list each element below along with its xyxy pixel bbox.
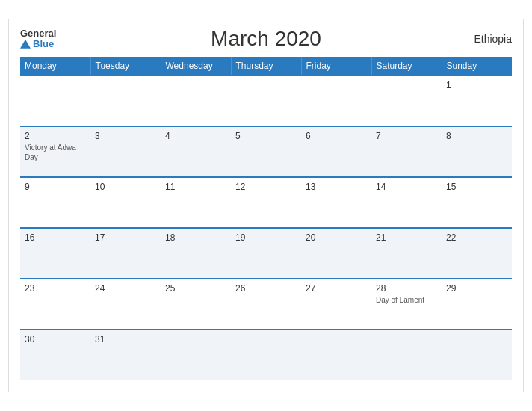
calendar-cell	[301, 75, 371, 126]
calendar-cell: 27	[301, 279, 371, 330]
calendar-cell: 17	[90, 228, 161, 279]
calendar-cell: 30	[20, 330, 90, 380]
calendar-cell: 20	[301, 228, 371, 279]
calendar-cell: 9	[20, 177, 90, 228]
event-text: Victory at Adwa Day	[25, 143, 86, 162]
calendar-cell: 31	[90, 330, 161, 380]
calendar-cell	[442, 330, 512, 380]
event-text: Day of Lament	[376, 295, 437, 305]
calendar-cell: 23	[20, 279, 90, 330]
day-number: 6	[306, 131, 367, 141]
day-number: 19	[235, 232, 297, 243]
calendar-cell: 28Day of Lament	[371, 279, 442, 330]
calendar-container: General Blue March 2020 Ethiopia MondayT…	[8, 19, 524, 392]
calendar-header: General Blue March 2020 Ethiopia	[20, 27, 512, 51]
calendar-cell: 19	[231, 228, 301, 279]
day-number: 16	[25, 232, 86, 243]
day-number: 20	[306, 232, 367, 243]
calendar-cell: 11	[161, 177, 231, 228]
calendar-week-row: 3031	[20, 330, 512, 380]
day-number: 3	[95, 131, 156, 141]
day-number: 11	[165, 182, 226, 192]
calendar-cell: 10	[90, 177, 161, 228]
day-number: 27	[306, 283, 367, 294]
day-number: 8	[446, 131, 507, 141]
day-number: 21	[376, 232, 437, 243]
calendar-cell	[371, 75, 442, 126]
calendar-cell: 3	[90, 126, 161, 177]
weekday-header-thursday: Thursday	[231, 57, 301, 75]
weekday-header-tuesday: Tuesday	[90, 57, 161, 75]
calendar-cell: 2Victory at Adwa Day	[20, 126, 90, 177]
calendar-cell: 25	[161, 279, 231, 330]
calendar-cell	[371, 330, 442, 380]
day-number: 14	[376, 182, 437, 192]
calendar-table: MondayTuesdayWednesdayThursdayFridaySatu…	[20, 57, 512, 380]
calendar-cell: 24	[90, 279, 161, 330]
calendar-week-row: 2Victory at Adwa Day345678	[20, 126, 512, 177]
day-number: 15	[446, 182, 507, 192]
day-number: 22	[446, 232, 507, 243]
calendar-cell: 15	[442, 177, 512, 228]
calendar-cell: 21	[371, 228, 442, 279]
day-number: 7	[376, 131, 437, 141]
calendar-cell: 22	[442, 228, 512, 279]
calendar-cell	[161, 75, 231, 126]
calendar-week-row: 16171819202122	[20, 228, 512, 279]
calendar-cell	[231, 330, 301, 380]
calendar-cell: 8	[442, 126, 512, 177]
calendar-cell: 6	[301, 126, 371, 177]
weekday-header-friday: Friday	[301, 57, 371, 75]
calendar-cell: 4	[161, 126, 231, 177]
calendar-cell: 12	[231, 177, 301, 228]
calendar-cell: 18	[161, 228, 231, 279]
logo-triangle-icon	[20, 40, 31, 49]
calendar-week-row: 9101112131415	[20, 177, 512, 228]
day-number: 9	[25, 182, 86, 192]
day-number: 12	[235, 182, 297, 192]
calendar-cell: 29	[442, 279, 512, 330]
day-number: 1	[446, 80, 507, 90]
weekday-header-saturday: Saturday	[371, 57, 442, 75]
day-number: 13	[306, 182, 367, 192]
calendar-week-row: 232425262728Day of Lament29	[20, 279, 512, 330]
logo-general-text: General	[20, 28, 56, 39]
calendar-cell	[231, 75, 301, 126]
day-number: 30	[25, 334, 86, 344]
day-number: 28	[376, 283, 437, 294]
calendar-cell: 13	[301, 177, 371, 228]
calendar-cell	[161, 330, 231, 380]
weekday-header-sunday: Sunday	[442, 57, 512, 75]
day-number: 26	[235, 283, 297, 294]
weekday-header-row: MondayTuesdayWednesdayThursdayFridaySatu…	[20, 57, 512, 75]
day-number: 4	[165, 131, 226, 141]
calendar-title: March 2020	[211, 27, 321, 51]
calendar-cell	[20, 75, 90, 126]
day-number: 29	[446, 283, 507, 294]
calendar-cell: 1	[442, 75, 512, 126]
calendar-cell	[301, 330, 371, 380]
weekday-header-wednesday: Wednesday	[161, 57, 231, 75]
day-number: 17	[95, 232, 156, 243]
calendar-cell: 5	[231, 126, 301, 177]
logo-blue-text: Blue	[20, 39, 56, 49]
calendar-cell: 14	[371, 177, 442, 228]
calendar-cell	[90, 75, 161, 126]
country-label: Ethiopia	[474, 33, 512, 45]
day-number: 25	[165, 283, 226, 294]
calendar-cell: 16	[20, 228, 90, 279]
day-number: 31	[95, 334, 156, 344]
day-number: 23	[25, 283, 86, 294]
day-number: 5	[235, 131, 297, 141]
calendar-week-row: 1	[20, 75, 512, 126]
day-number: 18	[165, 232, 226, 243]
calendar-cell: 26	[231, 279, 301, 330]
day-number: 2	[25, 131, 86, 141]
weekday-header-monday: Monday	[20, 57, 90, 75]
logo: General Blue	[20, 28, 56, 50]
day-number: 10	[95, 182, 156, 192]
calendar-cell: 7	[371, 126, 442, 177]
day-number: 24	[95, 283, 156, 294]
